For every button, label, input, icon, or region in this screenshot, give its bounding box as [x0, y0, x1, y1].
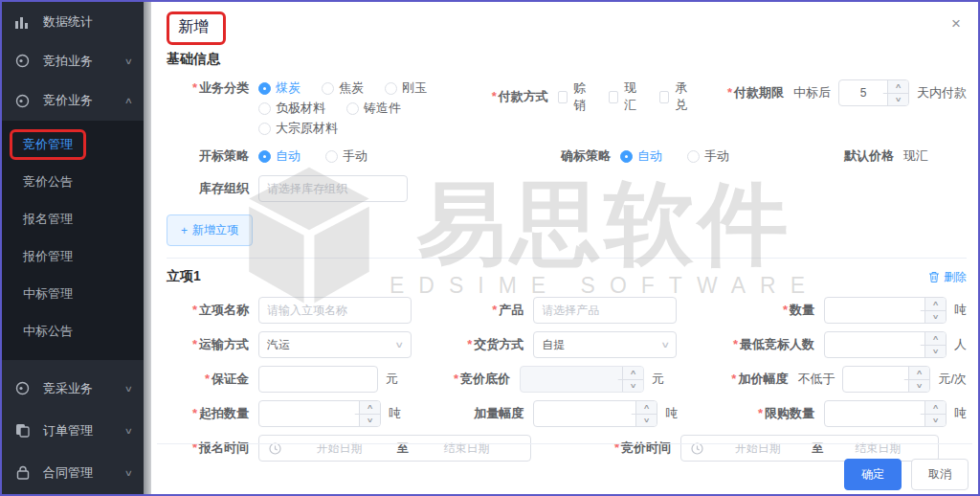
radio-castings[interactable]: 铸造件 [346, 100, 401, 117]
sidebar-item-contract-management[interactable]: 合同管理 ∨ [2, 452, 144, 494]
transport-select[interactable]: 汽运 ∨ [258, 331, 412, 358]
radio-dot-icon [258, 102, 271, 115]
radio-bulk-raw-material[interactable]: 大宗原材料 [258, 120, 338, 137]
close-icon[interactable]: × [951, 15, 961, 32]
sidebar-item-procurement-business[interactable]: 竞采业务 ∨ [2, 368, 144, 410]
sidebar-item-label: 竞拍业务 [43, 53, 125, 70]
sidebar-item-quote-management[interactable]: 报价管理 [2, 238, 144, 276]
confirm-button[interactable]: 确定 [844, 459, 902, 490]
field-label-delivery: *交货方式 [447, 336, 533, 353]
spinner-controls[interactable]: ∧∨ [908, 367, 929, 392]
spinner-controls[interactable]: ∧∨ [359, 401, 380, 426]
chevron-down-icon: ∨ [660, 340, 670, 349]
lock-icon [14, 464, 31, 481]
spinner-down-icon: ∨ [921, 311, 947, 324]
bidding-time-range-picker[interactable]: 开始日期 至 结束日期 [680, 435, 939, 462]
limit-qty-unit: 吨 [954, 405, 967, 422]
product-input[interactable] [533, 297, 677, 324]
payment-deadline-days-stepper[interactable]: ∧∨ [838, 79, 909, 106]
delete-project-button[interactable]: 删除 [928, 269, 967, 285]
field-label-quantity: *数量 [709, 302, 824, 319]
sidebar-item-data-statistics[interactable]: 数据统计 [2, 2, 144, 41]
footer-divider [157, 443, 972, 444]
sidebar-item-winning-bid-announcement[interactable]: 中标公告 [2, 313, 144, 350]
bar-chart-icon [14, 13, 31, 30]
sidebar-item-auction-business[interactable]: 竞拍业务 ∨ [2, 41, 144, 80]
delivery-select[interactable]: 自提 ∨ [533, 331, 677, 358]
new-bid-dialog: 易思软件 EDSIME SOFTWARE 新增 × 基础信息 *业务分类 煤炭 … [151, 2, 978, 494]
radio-dot-icon [385, 82, 397, 95]
sidebar-item-bidding-management[interactable]: 竞价管理 [2, 126, 144, 164]
spinner-controls[interactable]: ∧∨ [635, 401, 657, 426]
quantity-stepper[interactable]: ∧∨ [824, 297, 947, 324]
qty-step-stepper[interactable]: ∧∨ [533, 400, 657, 427]
field-label-min-bidders: *最低竞标人数 [709, 336, 824, 353]
signup-time-range-picker[interactable]: 开始日期 至 结束日期 [258, 435, 531, 462]
payment-deadline-suffix: 天内付款 [917, 84, 967, 101]
field-label-default-price: 默认价格 [804, 147, 903, 165]
spinner-controls[interactable]: ∧∨ [924, 401, 946, 426]
chevron-down-icon: ∨ [124, 56, 133, 66]
field-label-product: *产品 [447, 302, 533, 319]
confirm-strategy-radio-group: 自动 手动 [620, 147, 729, 165]
radio-dot-icon [346, 102, 359, 115]
field-label-increase-step: *加价幅度 [682, 371, 797, 388]
procurement-icon [14, 380, 31, 396]
deposit-input[interactable] [258, 366, 378, 393]
annotation-red-box: 新增 [167, 11, 226, 45]
radio-coke[interactable]: 焦炭 [322, 79, 364, 97]
radio-open-auto[interactable]: 自动 [258, 147, 301, 165]
spinner-controls[interactable]: ∧∨ [887, 80, 908, 105]
spinner-down-icon: ∨ [921, 346, 947, 358]
start-qty-stepper[interactable]: ∧∨ [258, 400, 381, 427]
field-label-bidding-time: *竞价时间 [575, 440, 680, 457]
auction-icon [14, 53, 31, 69]
add-project-button[interactable]: + 新增立项 [167, 214, 253, 246]
radio-dot-icon [258, 123, 271, 135]
spinner-down-icon: ∨ [355, 415, 381, 427]
min-bidders-stepper[interactable]: ∧∨ [824, 331, 947, 358]
spinner-up-icon: ∧ [355, 401, 381, 415]
spinner-controls[interactable]: ∧∨ [924, 332, 946, 357]
radio-corundum[interactable]: 刚玉 [385, 79, 427, 97]
radio-open-manual[interactable]: 手动 [325, 147, 368, 165]
spinner-controls[interactable]: ∧∨ [924, 298, 946, 323]
orders-icon [14, 422, 31, 439]
open-strategy-radio-group: 自动 手动 [258, 147, 368, 165]
cancel-button[interactable]: 取消 [911, 459, 969, 490]
inventory-org-input[interactable] [258, 175, 408, 202]
spinner-up-icon: ∧ [921, 401, 947, 415]
field-label-confirm-strategy: 确标策略 [528, 147, 620, 165]
radio-confirm-auto[interactable]: 自动 [620, 147, 662, 165]
checkbox-cash[interactable]: 现汇 [609, 79, 643, 114]
radio-coal[interactable]: 煤炭 [258, 79, 301, 97]
sidebar-item-registration-management[interactable]: 报名管理 [2, 201, 144, 238]
business-type-radio-group: 煤炭 焦炭 刚玉 负极材料 铸造件 大宗原材料 [258, 79, 427, 137]
checkbox-acceptance[interactable]: 承兑 [659, 79, 694, 114]
radio-confirm-manual[interactable]: 手动 [687, 147, 729, 165]
quantity-unit: 吨 [954, 302, 967, 319]
default-price-value: 现汇 [903, 147, 928, 165]
bidding-icon [14, 93, 31, 109]
sidebar-item-label: 竞采业务 [43, 380, 125, 397]
sidebar-scrollbar[interactable] [144, 2, 151, 494]
radio-anode-material[interactable]: 负极材料 [258, 100, 325, 117]
checkbox-credit-sale[interactable]: 赊销 [558, 79, 592, 114]
payment-deadline-days-input[interactable] [839, 80, 887, 105]
sidebar-item-bidding-business[interactable]: 竞价业务 ∧ [2, 81, 144, 121]
chevron-up-icon: ∧ [124, 96, 133, 105]
sidebar-item-bidding-announcement[interactable]: 竞价公告 [2, 164, 144, 201]
limit-qty-stepper[interactable]: ∧∨ [824, 400, 947, 427]
sidebar-submenu: 竞价管理 竞价公告 报名管理 报价管理 中标管理 中标公告 [2, 121, 144, 360]
floor-price-stepper-disabled: ∧∨ [520, 366, 644, 393]
sidebar-item-order-management[interactable]: 订单管理 ∨ [2, 410, 144, 452]
spinner-controls: ∧∨ [622, 367, 643, 392]
increase-step-prefix: 不低于 [797, 371, 835, 388]
increase-step-stepper[interactable]: ∧∨ [842, 366, 930, 393]
project-name-input[interactable] [258, 297, 412, 324]
spinner-up-icon: ∧ [618, 367, 644, 380]
sidebar-item-winning-bid-management[interactable]: 中标管理 [2, 276, 144, 313]
sidebar-item-label: 合同管理 [43, 464, 125, 482]
spinner-up-icon: ∧ [904, 367, 930, 380]
spinner-down-icon: ∨ [921, 415, 947, 427]
